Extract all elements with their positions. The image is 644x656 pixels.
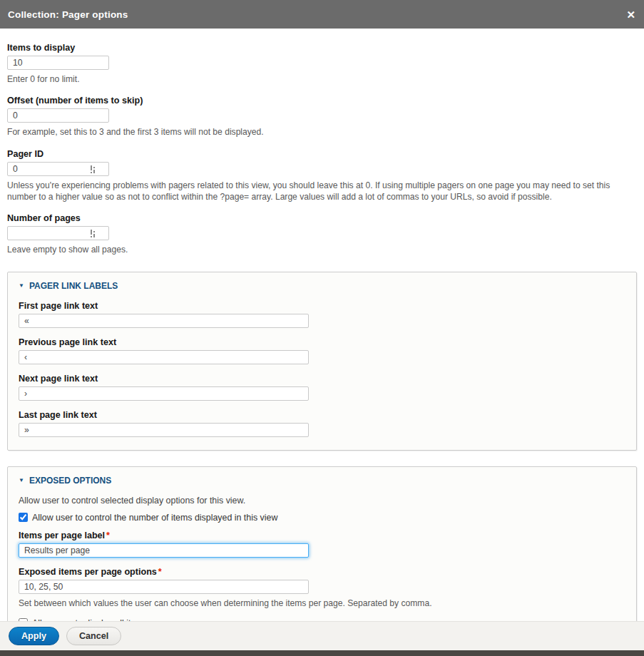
cancel-button[interactable]: Cancel (66, 627, 121, 645)
page-behind-strip (0, 650, 644, 656)
required-asterisk: * (158, 567, 162, 577)
first-page-link-label: First page link text (19, 301, 625, 311)
last-page-link-input[interactable] (19, 423, 309, 437)
items-to-display-description: Enter 0 for no limit. (7, 73, 637, 85)
form-item-offset: Offset (number of items to skip) For exa… (7, 96, 637, 138)
next-page-link-label: Next page link text (19, 374, 625, 384)
exposed-options-legend[interactable]: ▼ EXPOSED OPTIONS (19, 476, 625, 486)
form-item-pager-id: Pager ID Unless you're experiencing prob… (7, 149, 637, 203)
checkbox-row-control-items: Allow user to control the number of item… (19, 513, 625, 523)
previous-page-link-input[interactable] (19, 350, 309, 364)
dialog-content: Items to display Enter 0 for no limit. O… (0, 29, 644, 656)
offset-label: Offset (number of items to skip) (7, 96, 637, 106)
items-per-page-label-input[interactable] (19, 543, 309, 558)
number-of-pages-description: Leave empty to show all pages. (7, 244, 637, 255)
close-icon[interactable]: ✕ (626, 9, 635, 20)
dialog-title: Collection: Pager options (8, 9, 128, 20)
form-item-last-page-link: Last page link text (19, 410, 625, 437)
exposed-items-options-description: Set between which values the user can ch… (19, 598, 625, 609)
pager-id-label: Pager ID (7, 149, 637, 159)
items-to-display-input[interactable] (7, 56, 109, 70)
pager-link-labels-legend[interactable]: ▼ PAGER LINK LABELS (19, 281, 625, 291)
items-to-display-label: Items to display (7, 43, 637, 53)
last-page-link-label: Last page link text (19, 410, 625, 420)
form-item-previous-page-link: Previous page link text (19, 337, 625, 364)
exposed-items-options-label-text: Exposed items per page options (19, 567, 157, 577)
offset-input[interactable] (7, 108, 109, 123)
first-page-link-input[interactable] (19, 314, 309, 328)
control-items-checkbox-label[interactable]: Allow user to control the number of item… (32, 513, 277, 523)
pager-link-labels-legend-text: PAGER LINK LABELS (29, 281, 118, 291)
form-item-first-page-link: First page link text (19, 301, 625, 328)
items-per-page-label-text: Items per page label (19, 531, 105, 540)
pager-id-input[interactable] (7, 162, 109, 176)
fieldset-pager-link-labels: ▼ PAGER LINK LABELS First page link text… (7, 272, 637, 451)
exposed-items-options-input[interactable] (19, 580, 309, 594)
required-asterisk: * (106, 531, 110, 540)
dialog-footer: Apply Cancel (0, 621, 644, 650)
form-item-number-of-pages: Number of pages Leave empty to show all … (7, 213, 637, 255)
apply-button[interactable]: Apply (9, 627, 59, 645)
pager-id-description: Unless you're experiencing problems with… (7, 180, 637, 203)
collapse-arrow-icon: ▼ (19, 478, 24, 483)
form-item-items-per-page-label: Items per page label* (19, 531, 625, 558)
form-item-next-page-link: Next page link text (19, 374, 625, 401)
control-items-checkbox[interactable] (19, 513, 28, 522)
number-of-pages-label: Number of pages (7, 213, 637, 223)
dialog-header: Collection: Pager options ✕ (0, 0, 644, 29)
collapse-arrow-icon: ▼ (19, 283, 24, 289)
previous-page-link-label: Previous page link text (19, 337, 625, 347)
form-item-items-to-display: Items to display Enter 0 for no limit. (7, 43, 637, 85)
offset-description: For example, set this to 3 and the first… (7, 126, 637, 138)
exposed-options-legend-text: EXPOSED OPTIONS (29, 476, 111, 486)
exposed-options-description: Allow user to control selected display o… (19, 496, 625, 506)
next-page-link-input[interactable] (19, 386, 309, 401)
form-item-exposed-items-options: Exposed items per page options* Set betw… (19, 567, 625, 609)
number-of-pages-input[interactable] (7, 226, 109, 240)
